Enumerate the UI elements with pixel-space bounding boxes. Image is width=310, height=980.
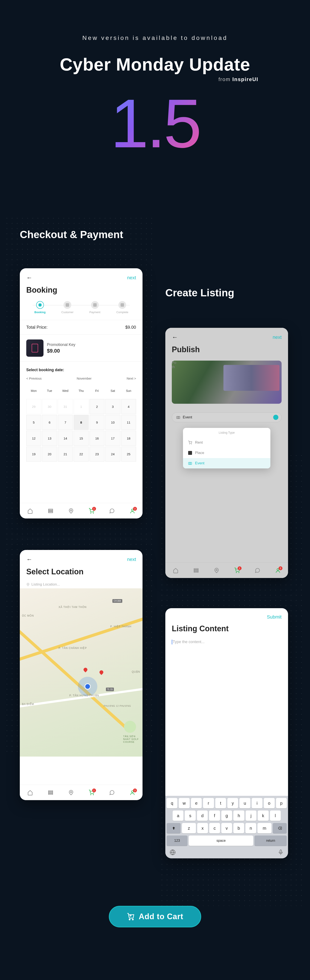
- option-event[interactable]: Event: [183, 458, 270, 468]
- cal-date[interactable]: 21: [58, 447, 73, 461]
- cal-date[interactable]: 8: [74, 415, 89, 430]
- content-textarea[interactable]: Type the content...: [165, 638, 288, 647]
- cal-date[interactable]: 23: [90, 447, 104, 461]
- cal-date[interactable]: 13: [42, 431, 57, 445]
- step-customer[interactable]: Customer: [54, 301, 81, 314]
- next-link[interactable]: next: [272, 334, 282, 340]
- nav-list-icon[interactable]: [48, 508, 54, 514]
- key-b[interactable]: b: [233, 823, 244, 834]
- key-k[interactable]: k: [258, 810, 269, 821]
- cal-date[interactable]: 3: [105, 399, 120, 414]
- key-u[interactable]: u: [239, 798, 250, 808]
- cal-date[interactable]: 12: [26, 431, 41, 445]
- cal-date[interactable]: 11: [121, 415, 136, 430]
- key-i[interactable]: i: [251, 798, 263, 808]
- product-row[interactable]: Promotional Key $9.00: [20, 336, 142, 360]
- key-t[interactable]: t: [215, 798, 226, 808]
- space-key[interactable]: space: [189, 835, 253, 846]
- add-to-cart-button[interactable]: Add to Cart: [109, 906, 201, 928]
- step-complete[interactable]: Complete: [109, 301, 136, 314]
- key-j[interactable]: j: [246, 810, 256, 821]
- key-l[interactable]: l: [270, 810, 281, 821]
- option-place[interactable]: Place: [183, 448, 270, 458]
- location-search-input[interactable]: Listing Location...: [20, 581, 142, 589]
- cal-date[interactable]: 18: [121, 431, 136, 445]
- numeric-key[interactable]: 123: [167, 835, 188, 846]
- key-o[interactable]: o: [264, 798, 274, 808]
- listing-type-selector[interactable]: Event: [172, 412, 282, 422]
- back-arrow-icon[interactable]: ←: [26, 556, 32, 563]
- cal-date[interactable]: 4: [121, 399, 136, 414]
- key-g[interactable]: g: [221, 810, 232, 821]
- key-x[interactable]: x: [197, 823, 208, 834]
- cal-date[interactable]: 24: [105, 447, 120, 461]
- nav-home-icon[interactable]: [27, 508, 33, 514]
- cal-date[interactable]: 16: [90, 431, 104, 445]
- key-c[interactable]: c: [209, 823, 220, 834]
- nav-location-icon[interactable]: [68, 790, 74, 795]
- nav-profile-icon[interactable]: 3: [275, 568, 281, 573]
- cal-date[interactable]: 20: [42, 447, 57, 461]
- nav-cart-icon[interactable]: 1: [89, 790, 94, 795]
- submit-link[interactable]: Submit: [267, 614, 282, 620]
- cal-date[interactable]: 9: [90, 415, 104, 430]
- cal-date[interactable]: 5: [26, 415, 41, 430]
- key-w[interactable]: w: [179, 798, 190, 808]
- step-booking[interactable]: Booking: [26, 301, 54, 314]
- nav-home-icon[interactable]: [173, 568, 179, 573]
- key-z[interactable]: z: [182, 823, 196, 834]
- mic-icon[interactable]: [278, 849, 284, 855]
- key-e[interactable]: e: [191, 798, 202, 808]
- option-rent[interactable]: Rent: [183, 438, 270, 448]
- key-q[interactable]: q: [167, 798, 177, 808]
- step-payment[interactable]: Payment: [81, 301, 109, 314]
- nav-home-icon[interactable]: [27, 790, 33, 795]
- cal-date[interactable]: 15: [74, 431, 89, 445]
- cal-date[interactable]: 14: [58, 431, 73, 445]
- return-key[interactable]: return: [255, 835, 287, 846]
- cal-next[interactable]: Next >: [127, 377, 136, 380]
- nav-chat-icon[interactable]: [255, 568, 260, 573]
- nav-list-icon[interactable]: [193, 568, 199, 573]
- nav-cart-icon[interactable]: 1: [89, 508, 94, 514]
- shift-key[interactable]: [167, 823, 180, 834]
- key-r[interactable]: r: [203, 798, 214, 808]
- nav-profile-icon[interactable]: 3: [130, 508, 135, 514]
- cal-prev[interactable]: < Previous: [26, 377, 41, 380]
- nav-location-icon[interactable]: [214, 568, 219, 573]
- backspace-key[interactable]: [273, 823, 287, 834]
- key-s[interactable]: s: [185, 810, 196, 821]
- key-f[interactable]: f: [209, 810, 220, 821]
- key-p[interactable]: p: [276, 798, 287, 808]
- cal-date[interactable]: 10: [105, 415, 120, 430]
- globe-icon[interactable]: [170, 849, 176, 855]
- key-y[interactable]: y: [227, 798, 238, 808]
- cal-date[interactable]: 19: [26, 447, 41, 461]
- back-arrow-icon[interactable]: ←: [26, 274, 32, 281]
- section-title-create: Create Listing: [165, 287, 234, 299]
- cal-date[interactable]: 22: [74, 447, 89, 461]
- cal-date[interactable]: 17: [105, 431, 120, 445]
- nav-chat-icon[interactable]: [109, 508, 115, 514]
- cal-date[interactable]: 2: [90, 399, 104, 414]
- map[interactable]: ÓC MÔN XÃ THỚI TAM THÔN P. HIỆP THÀNH P.…: [20, 589, 142, 757]
- nav-chat-icon[interactable]: [109, 790, 115, 795]
- nav-location-icon[interactable]: [68, 508, 74, 514]
- key-v[interactable]: v: [221, 823, 232, 834]
- nav-list-icon[interactable]: [48, 790, 54, 795]
- cal-date[interactable]: 7: [58, 415, 73, 430]
- next-link[interactable]: next: [127, 275, 136, 281]
- key-n[interactable]: n: [245, 823, 256, 834]
- nav-cart-icon[interactable]: 1: [234, 568, 240, 573]
- nav-profile-icon[interactable]: 3: [130, 790, 135, 795]
- key-d[interactable]: d: [197, 810, 208, 821]
- key-m[interactable]: m: [258, 823, 272, 834]
- key-h[interactable]: h: [233, 810, 244, 821]
- phone-booking: ← next Booking Booking Customer Payment …: [20, 268, 142, 519]
- cal-date[interactable]: 6: [42, 415, 57, 430]
- next-link[interactable]: next: [127, 557, 136, 562]
- cal-date[interactable]: 25: [121, 447, 136, 461]
- back-arrow-icon[interactable]: ←: [172, 334, 178, 341]
- cal-day-header: Wed: [58, 383, 73, 398]
- key-a[interactable]: a: [172, 810, 183, 821]
